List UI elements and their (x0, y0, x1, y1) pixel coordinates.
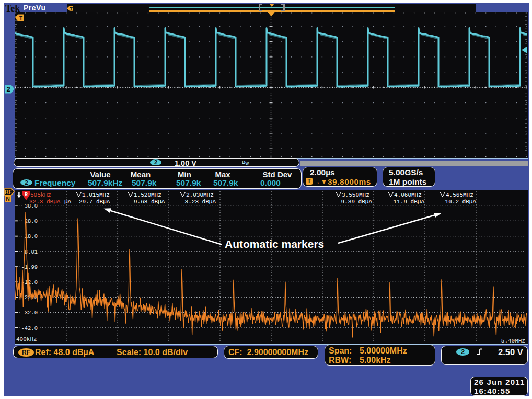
svg-text:R: R (25, 192, 28, 198)
svg-text:-32.0: -32.0 (21, 310, 38, 316)
svg-text:3.550MHz: 3.550MHz (342, 192, 369, 198)
svg-text:4.565MHz: 4.565MHz (446, 192, 473, 198)
svg-text:505kHz: 505kHz (30, 192, 51, 198)
svg-text:2.030MHz: 2.030MHz (186, 192, 214, 198)
svg-text:28.0: 28.0 (25, 218, 38, 224)
svg-text:5.40MHz: 5.40MHz (501, 338, 525, 344)
svg-text:µA: µA (64, 199, 72, 205)
svg-text:2: 2 (6, 85, 10, 93)
svg-text:RF: RF (5, 189, 13, 195)
svg-text:-9.39 dBµA: -9.39 dBµA (338, 199, 372, 205)
svg-text:29.7 dBµA: 29.7 dBµA (79, 199, 110, 205)
svg-text:T: T (19, 16, 22, 21)
svg-text:T: T (70, 6, 73, 12)
svg-text:1.520MHz: 1.520MHz (134, 192, 161, 198)
svg-text:N: N (6, 196, 10, 202)
svg-text:9.68 dBµA: 9.68 dBµA (134, 199, 165, 205)
svg-text:-42.0: -42.0 (21, 325, 38, 332)
svg-text:-3.23 dBµA: -3.23 dBµA (181, 199, 216, 205)
svg-text:-10.2 dBµA: -10.2 dBµA (442, 199, 476, 205)
svg-text:4.060MHz: 4.060MHz (394, 192, 422, 198)
svg-text:Automatic markers: Automatic markers (225, 238, 324, 250)
svg-text:32.3 dBµA: 32.3 dBµA (29, 199, 61, 205)
svg-text:1.015MHz: 1.015MHz (82, 192, 110, 198)
svg-text:-11.9 dBµA: -11.9 dBµA (390, 199, 424, 205)
svg-text:400kHz: 400kHz (16, 336, 37, 343)
